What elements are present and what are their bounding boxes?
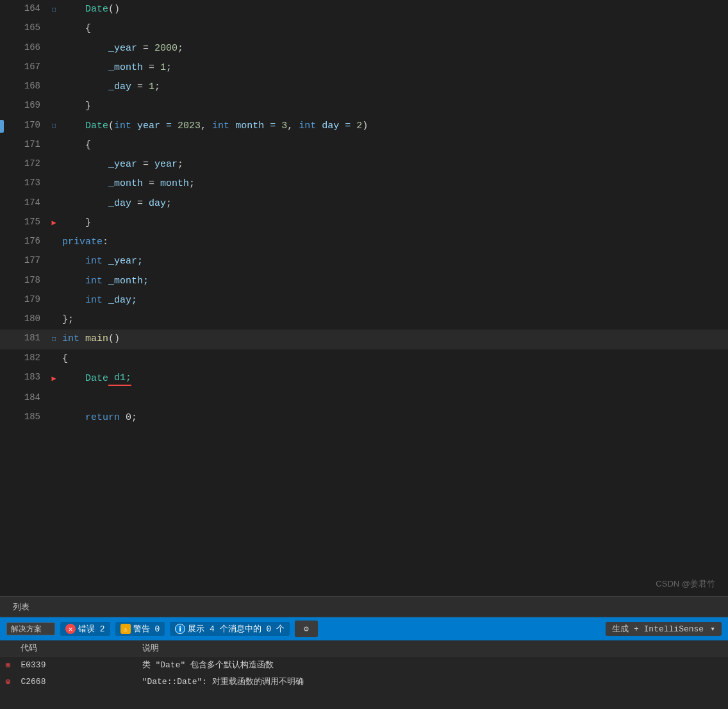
fold-indicator-165 <box>48 19 60 38</box>
fold-indicator-182 <box>48 349 60 369</box>
code-line-176: 176private: <box>0 233 728 252</box>
bookmark-indicator <box>0 120 4 133</box>
code-line-171: 171 { <box>0 136 728 155</box>
info-icon: ℹ <box>175 624 185 634</box>
line-number-181: 181 <box>0 329 48 349</box>
code-content-168: _day = 1; <box>60 78 728 97</box>
fold-indicator-169 <box>48 97 60 116</box>
code-line-173: 173 _month = month; <box>0 174 728 194</box>
code-line-181: 181□int main() <box>0 329 728 349</box>
code-line-168: 168 _day = 1; <box>0 78 728 97</box>
line-number-169: 169 <box>0 97 48 116</box>
build-intellisense-button[interactable]: 生成 + IntelliSense ▾ <box>606 622 722 636</box>
fold-indicator-168 <box>48 78 60 97</box>
bottom-panel: 列表 解决方案 ✕ 错误 2 ⚠ 警告 0 ℹ 展示 4 个消息中的 0 个 ⚙… <box>0 596 728 709</box>
code-content-169: } <box>60 97 728 116</box>
code-content-171: { <box>60 136 728 155</box>
code-content-174: _day = day; <box>60 194 728 213</box>
code-content-185: return 0; <box>60 408 728 428</box>
error-table: 代码 说明 ⊗E0339类 "Date" 包含多个默认构造函数⊗C2668"Da… <box>0 640 728 690</box>
fold-indicator-176 <box>48 233 60 252</box>
code-content-167: _month = 1; <box>60 58 728 78</box>
status-bar: 解决方案 ✕ 错误 2 ⚠ 警告 0 ℹ 展示 4 个消息中的 0 个 ⚙ 生成… <box>0 617 728 640</box>
fold-indicator-173 <box>48 174 60 194</box>
fold-indicator-177 <box>48 252 60 271</box>
line-number-172: 172 <box>0 155 48 174</box>
dropdown-arrow: ▾ <box>710 624 715 634</box>
filter-button[interactable]: ⚙ <box>295 621 318 637</box>
line-number-185: 185 <box>0 408 48 428</box>
code-content-170: Date(int year = 2023, int month = 3, int… <box>60 117 728 136</box>
code-line-184: 184 <box>0 389 728 408</box>
code-content-164: Date() <box>60 0 728 19</box>
fold-indicator-185 <box>48 408 60 428</box>
error-table-container: 代码 说明 ⊗E0339类 "Date" 包含多个默认构造函数⊗C2668"Da… <box>0 640 728 690</box>
line-number-168: 168 <box>0 78 48 97</box>
error-count-item[interactable]: ✕ 错误 2 <box>60 622 110 636</box>
fold-indicator-166 <box>48 39 60 58</box>
col-message: 说明 <box>137 640 728 656</box>
error-code-cell: C2668 <box>15 673 136 690</box>
line-number-174: 174 <box>0 194 48 213</box>
code-line-180: 180}; <box>0 310 728 329</box>
error-row[interactable]: ⊗C2668"Date::Date": 对重载函数的调用不明确 <box>0 673 728 690</box>
line-number-164: 164 <box>0 0 48 19</box>
line-number-170: 170 <box>0 117 48 136</box>
line-number-171: 171 <box>0 136 48 155</box>
fold-indicator-172 <box>48 155 60 174</box>
code-line-166: 166 _year = 2000; <box>0 39 728 58</box>
line-number-165: 165 <box>0 19 48 38</box>
fold-indicator-181[interactable]: □ <box>48 329 60 349</box>
panel-tab-list[interactable]: 列表 <box>5 597 37 617</box>
code-content-166: _year = 2000; <box>60 39 728 58</box>
code-editor: 164□ Date()165 {166 _year = 2000;167 _mo… <box>0 0 728 596</box>
code-line-177: 177 int _year; <box>0 252 728 271</box>
line-number-184: 184 <box>0 389 48 408</box>
code-line-175: 175▶ } <box>0 213 728 233</box>
fold-indicator-175: ▶ <box>48 213 60 233</box>
error-icon: ✕ <box>65 624 76 634</box>
fold-indicator-183: ▶ <box>48 369 60 389</box>
watermark: CSDN @姜君竹 <box>656 578 715 590</box>
code-content-182: { <box>60 349 728 369</box>
code-content-165: { <box>60 19 728 38</box>
error-code-cell: E0339 <box>15 656 136 674</box>
code-line-170: 170□ Date(int year = 2023, int month = 3… <box>0 117 728 136</box>
warning-count-label: 警告 0 <box>133 623 160 635</box>
info-count-item[interactable]: ℹ 展示 4 个消息中的 0 个 <box>170 622 290 636</box>
code-content-172: _year = year; <box>60 155 728 174</box>
code-line-172: 172 _year = year; <box>0 155 728 174</box>
panel-tab-bar: 列表 <box>0 597 728 617</box>
info-text-label: 展示 4 个消息中的 0 个 <box>188 623 285 635</box>
fold-indicator-164[interactable]: □ <box>48 0 60 19</box>
code-content-183: Date d1; <box>60 369 728 389</box>
code-content-179: int _day; <box>60 291 728 310</box>
code-line-185: 185 return 0; <box>0 408 728 428</box>
fold-indicator-174 <box>48 194 60 213</box>
code-line-174: 174 _day = day; <box>0 194 728 213</box>
code-content-184 <box>60 389 728 408</box>
warning-count-item[interactable]: ⚠ 警告 0 <box>115 622 165 636</box>
line-number-183: 183 <box>0 369 48 389</box>
code-line-183: 183▶ Date d1; <box>0 369 728 389</box>
code-content-173: _month = month; <box>60 174 728 194</box>
code-line-169: 169 } <box>0 97 728 116</box>
code-line-178: 178 int _month; <box>0 272 728 291</box>
error-message-cell: 类 "Date" 包含多个默认构造函数 <box>137 656 728 674</box>
code-content-180: }; <box>60 310 728 329</box>
line-number-178: 178 <box>0 272 48 291</box>
code-line-165: 165 { <box>0 19 728 38</box>
error-row[interactable]: ⊗E0339类 "Date" 包含多个默认构造函数 <box>0 656 728 674</box>
fold-indicator-170[interactable]: □ <box>48 117 60 136</box>
fold-indicator-167 <box>48 58 60 78</box>
solution-dropdown[interactable]: 解决方案 <box>6 622 55 635</box>
fold-indicator-171 <box>48 136 60 155</box>
code-content-175: } <box>60 213 728 233</box>
code-line-179: 179 int _day; <box>0 291 728 310</box>
line-number-173: 173 <box>0 174 48 194</box>
code-line-167: 167 _month = 1; <box>0 58 728 78</box>
line-number-179: 179 <box>0 291 48 310</box>
line-number-177: 177 <box>0 252 48 271</box>
code-lines: 164□ Date()165 {166 _year = 2000;167 _mo… <box>0 0 728 428</box>
col-code: 代码 <box>15 640 136 656</box>
